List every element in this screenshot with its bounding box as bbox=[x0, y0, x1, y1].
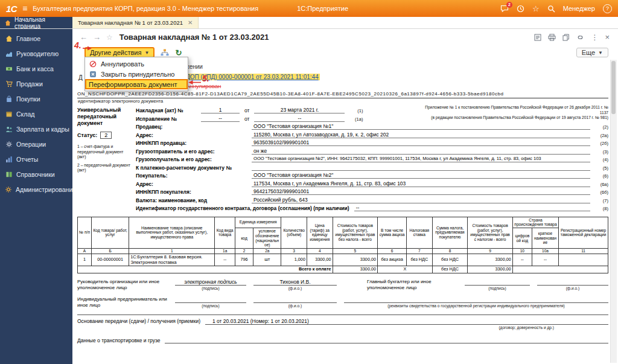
forward-arrow-icon[interactable]: → bbox=[93, 33, 101, 42]
field-value: Российский рубль, 643 bbox=[252, 197, 590, 203]
total-with-tax: 3300,00 bbox=[468, 266, 513, 273]
sidebar-item-main[interactable]: Главное bbox=[0, 31, 72, 46]
field-label: Исправление № bbox=[136, 116, 201, 122]
app-window: 1С ≡ Бухгалтерия предприятия КОРП, редак… bbox=[0, 0, 618, 364]
table-header-cell: Количество (объем) bbox=[281, 217, 307, 249]
document-structure-icon[interactable] bbox=[161, 49, 169, 56]
menu-item-annul[interactable]: Аннулировать bbox=[85, 59, 188, 69]
tab-document[interactable]: Товарная накладная № 1 от 23.03.2021 ✕ bbox=[72, 17, 199, 28]
table-total-row: Всего к оплате 3300,00 X без НДС 3300,00 bbox=[78, 266, 608, 273]
sidebar-item-purchases[interactable]: Покупки bbox=[0, 91, 72, 106]
field-label: ИНН/КПП покупателя: bbox=[136, 189, 252, 195]
link-icon[interactable] bbox=[576, 34, 584, 41]
field-value: ООО "Тестовая организация №2" bbox=[252, 172, 590, 179]
scrollbar-thumb[interactable] bbox=[611, 61, 616, 114]
field-mid: от bbox=[240, 107, 254, 113]
table-cell: 00-00000001 bbox=[92, 254, 129, 266]
sidebar-item-reports[interactable]: Отчеты bbox=[0, 152, 72, 167]
line-number: (8) bbox=[590, 206, 608, 211]
signature-value bbox=[465, 279, 530, 286]
gear-icon bbox=[5, 141, 13, 148]
basis-caption: (договор; доверенность и др.) bbox=[205, 325, 608, 330]
sidebar: Главное Руководителю Банк и касса Продаж… bbox=[0, 29, 72, 364]
tab-document-label: Товарная накладная № 1 от 23.03.2021 bbox=[78, 19, 183, 26]
favorite-star-icon[interactable]: ☆ bbox=[106, 33, 113, 42]
field-label: Грузоотправитель и его адрес: bbox=[136, 148, 252, 155]
line-number: (2а) bbox=[590, 133, 608, 138]
table-cell: Б bbox=[92, 249, 129, 254]
sidebar-item-directories[interactable]: Справочники bbox=[0, 167, 72, 182]
table-cell: А bbox=[78, 249, 92, 254]
history-icon[interactable] bbox=[517, 5, 524, 13]
signature-caption: (подпись) bbox=[465, 286, 530, 290]
table-cell: 1а bbox=[215, 249, 235, 254]
sidebar-item-operations[interactable]: Операции bbox=[0, 136, 72, 152]
other-actions-label: Другие действия bbox=[90, 49, 141, 56]
force-close-icon bbox=[89, 71, 97, 78]
chevron-down-icon: ▼ bbox=[144, 50, 149, 56]
purchases-bag-icon bbox=[5, 95, 13, 103]
sidebar-item-sales[interactable]: Продажи bbox=[0, 76, 72, 91]
table-cell: 10 bbox=[512, 249, 532, 254]
main-menu-icon[interactable]: ≡ bbox=[22, 4, 27, 13]
copy-icon[interactable] bbox=[562, 34, 570, 41]
field-label: Валюта: наименование, код bbox=[136, 197, 252, 203]
close-form-icon[interactable]: × bbox=[605, 33, 610, 42]
money-icon bbox=[5, 65, 13, 72]
signature-value: электронная подпись bbox=[175, 279, 246, 286]
table-cell: без НДС bbox=[432, 254, 468, 266]
form-row-currency: Валюта: наименование, код Российский руб… bbox=[136, 197, 608, 203]
table-header-cell: Наименование товара (описание выполненны… bbox=[129, 217, 215, 249]
upd-title: Универсальный передаточный документ bbox=[77, 107, 132, 126]
sidebar-item-label: Руководителю bbox=[16, 50, 59, 57]
1c-logo: 1С bbox=[6, 4, 17, 14]
notification-badge: 2 bbox=[506, 2, 512, 8]
signature-caption: (подпись) bbox=[175, 286, 246, 290]
current-user[interactable]: Менеджер bbox=[563, 5, 595, 12]
table-cell: 3300,00 bbox=[333, 254, 378, 266]
annotation-step-4: 4. bbox=[74, 40, 81, 50]
sidebar-item-label: Продажи bbox=[16, 80, 43, 88]
sidebar-item-bank-cash[interactable]: Банк и касса bbox=[0, 61, 72, 76]
table-cell: 6 bbox=[378, 249, 407, 254]
table-cell: 2а bbox=[253, 249, 281, 254]
field-label: Накладная (акт) № bbox=[136, 107, 201, 113]
vertical-scrollbar[interactable] bbox=[610, 60, 617, 363]
line-number: (6б) bbox=[590, 190, 608, 195]
more-button[interactable]: Еще ▼ bbox=[576, 48, 608, 57]
notifications-icon[interactable]: 2 bbox=[500, 5, 509, 12]
tab-home[interactable]: Начальная страница bbox=[0, 17, 72, 28]
transport-row: Данные о транспортировке и грузе bbox=[77, 337, 608, 343]
refresh-icon[interactable]: ↻ bbox=[175, 48, 182, 57]
fio-value bbox=[537, 279, 608, 286]
menu-item-reform-document[interactable]: Переформировать документ bbox=[85, 79, 188, 89]
upd-left-column: Универсальный передаточный документ Стат… bbox=[77, 107, 136, 213]
help-icon[interactable]: ? bbox=[603, 4, 612, 13]
print-icon[interactable] bbox=[548, 34, 556, 41]
line-number: (2б) bbox=[590, 141, 608, 146]
signature-row-1: Руководитель организации или иное уполно… bbox=[77, 279, 608, 291]
favorites-icon[interactable]: ☆ bbox=[532, 4, 540, 13]
fio-block: (ф.и.о.) bbox=[253, 296, 337, 308]
sidebar-item-label: Склад bbox=[16, 110, 34, 118]
form-row-gov-contract: Идентификатор государственного контракта… bbox=[136, 205, 608, 211]
table-cell: 4 bbox=[307, 249, 333, 254]
sidebar-item-payroll[interactable]: Зарплата и кадры bbox=[0, 121, 72, 136]
table-cell: шт bbox=[253, 254, 281, 266]
product-name: 1С:Предприятие bbox=[297, 5, 348, 12]
sidebar-item-administration[interactable]: Администрирование bbox=[0, 182, 72, 197]
field-value: ООО "Тестовая организация №2", ИНН: 9642… bbox=[252, 156, 590, 162]
report-icon[interactable] bbox=[534, 34, 541, 41]
main-content: ← → ☆ Товарная накладная № 1 от 23.03.20… bbox=[72, 29, 618, 364]
sidebar-item-warehouse[interactable]: Склад bbox=[0, 106, 72, 121]
menu-item-force-close[interactable]: Закрыть принудительно bbox=[85, 69, 188, 79]
tab-close-icon[interactable]: ✕ bbox=[188, 19, 193, 26]
total-label: Всего к оплате bbox=[78, 266, 333, 273]
sidebar-item-manager[interactable]: Руководителю bbox=[0, 46, 72, 61]
field-value: 115280, Москва г, ул Автозаводская, д. 1… bbox=[252, 132, 590, 138]
transport-line bbox=[165, 337, 608, 343]
more-actions-icon[interactable]: ⋮ bbox=[591, 33, 598, 42]
field-value: 9642175032/999901001 bbox=[252, 188, 590, 195]
search-icon[interactable] bbox=[547, 5, 555, 13]
table-header-cell: условное обозначение (национальное) bbox=[253, 228, 281, 249]
